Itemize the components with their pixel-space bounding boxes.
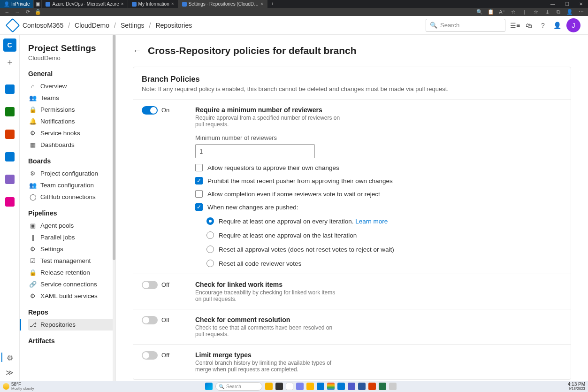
rail-icon[interactable] (5, 107, 15, 116)
menu-icon[interactable]: ⋯ (578, 9, 584, 15)
clock-date[interactable]: 9/18/2023 (568, 387, 585, 391)
sidebar-item-agent-pools[interactable]: ▣Agent pools (28, 220, 115, 231)
taskbar-search[interactable]: 🔍 Search (215, 382, 262, 391)
gear-icon: ⚙ (29, 170, 37, 177)
radio-last-iteration[interactable] (206, 231, 214, 239)
weather-widget[interactable]: 58°F Mostly cloudy (3, 382, 34, 391)
close-button[interactable]: ✕ (574, 1, 588, 7)
taskbar-app-icon[interactable] (348, 383, 355, 390)
expand-icon[interactable]: ≫ (6, 368, 14, 377)
sidebar-item-test[interactable]: ☑Test management (28, 255, 115, 267)
scrollbar-thumb[interactable] (113, 35, 115, 260)
forward-button[interactable]: → (14, 9, 21, 15)
start-icon[interactable] (205, 383, 213, 390)
reload-button[interactable]: ⟳ (24, 9, 31, 15)
sidebar-item-notifications[interactable]: 🔔Notifications (28, 115, 115, 127)
close-icon[interactable]: × (171, 1, 174, 7)
tool-icon[interactable]: ⤓ (544, 9, 550, 15)
taskbar-app-icon[interactable] (275, 383, 283, 390)
breadcrumb[interactable]: Repositories (155, 22, 192, 29)
sidebar-item-teams[interactable]: 👥Teams (28, 92, 115, 104)
maximize-button[interactable]: ☐ (560, 1, 574, 7)
sidebar-item-service-conn[interactable]: 🔗Service connections (28, 278, 115, 290)
close-icon[interactable]: × (121, 1, 124, 7)
browser-tab[interactable]: My Information × (128, 0, 178, 8)
toggle-linked[interactable] (142, 281, 158, 289)
checkbox-allow-wait[interactable] (195, 190, 203, 198)
service-hooks-icon: ⚙ (29, 130, 37, 137)
sidebar-item-label: Service hooks (40, 130, 80, 137)
browser-tab-active[interactable]: Settings · Repositories (CloudD… × (178, 0, 267, 8)
sidebar-item-repositories[interactable]: ⎇Repositories (28, 319, 115, 331)
taskbar-app-icon[interactable] (306, 383, 314, 390)
radio-reset-all[interactable] (206, 260, 214, 267)
taskbar-app-icon[interactable] (286, 383, 293, 390)
lock-icon[interactable]: 🔒 (35, 9, 41, 15)
tool-icon[interactable]: 👤 (566, 9, 573, 15)
search-input[interactable]: 🔍 Search (426, 19, 505, 32)
sidebar-item-service-hooks[interactable]: ⚙Service hooks (28, 127, 115, 139)
rail-icon[interactable] (5, 152, 15, 161)
settings-gear-icon[interactable]: ⚙ (7, 354, 13, 362)
rail-icon[interactable] (5, 175, 15, 184)
rail-icon[interactable] (5, 130, 15, 139)
devops-logo-icon[interactable] (5, 18, 20, 32)
toggle-reviewers[interactable] (142, 106, 158, 115)
taskbar-app-icon[interactable] (379, 383, 386, 390)
tool-icon[interactable]: ☆ (510, 9, 517, 15)
browser-tab[interactable]: Azure DevOps · Microsoft Azure × (42, 0, 128, 8)
sidebar-item-project-config[interactable]: ⚙Project configuration (28, 168, 115, 179)
checkbox-allow-self[interactable] (195, 164, 203, 171)
sidebar-item-settings[interactable]: ⚙Settings (28, 243, 115, 255)
taskbar-app-icon[interactable] (296, 383, 304, 390)
marketplace-icon[interactable]: 🛍 (524, 22, 534, 29)
tool-icon[interactable]: ⧉ (555, 9, 562, 15)
new-project-button[interactable]: ＋ (3, 55, 16, 69)
project-tile[interactable]: C (3, 38, 16, 52)
sidebar-item-xaml[interactable]: ⚙XAML build services (28, 290, 115, 302)
help-icon[interactable]: ? (538, 22, 548, 29)
radio-every-iteration[interactable] (206, 217, 214, 225)
toggle-comments[interactable] (142, 316, 158, 324)
checkbox-new-changes[interactable]: ✓ (195, 203, 203, 211)
sidebar-item-release[interactable]: 🔒Release retention (28, 267, 115, 278)
sidebar-item-dashboards[interactable]: ▦Dashboards (28, 139, 115, 151)
sidebar-item-permissions[interactable]: 🔒Permissions (28, 104, 115, 115)
checkbox-prohibit-pusher[interactable]: ✓ (195, 177, 203, 184)
sidebar-item-overview[interactable]: ⌂Overview (28, 80, 115, 92)
taskbar-app-icon[interactable] (368, 383, 376, 390)
tool-icon[interactable]: 🔍 (476, 9, 483, 15)
breadcrumb[interactable]: CloudDemo (75, 22, 109, 29)
tool-icon[interactable]: ☆ (533, 9, 539, 15)
taskbar-app-icon[interactable] (317, 383, 324, 390)
tool-icon[interactable]: A⁺ (499, 9, 505, 15)
sidebar-item-parallel[interactable]: ‖Parallel jobs (28, 231, 115, 243)
radio-reset-approval[interactable] (206, 246, 214, 253)
taskbar-app-icon[interactable] (327, 383, 335, 390)
taskbar-app-icon[interactable] (389, 383, 397, 390)
taskbar-app-icon[interactable] (265, 383, 273, 390)
avatar[interactable]: J (566, 18, 580, 32)
breadcrumb[interactable]: Settings (121, 22, 145, 29)
new-tab-button[interactable]: + (267, 0, 278, 8)
toggle-merge[interactable] (142, 351, 158, 360)
tool-icon[interactable]: | (521, 9, 528, 15)
back-button[interactable]: ← (4, 9, 10, 15)
taskbar-app-icon[interactable] (358, 383, 366, 390)
list-icon[interactable]: ☰≡ (510, 22, 519, 29)
close-icon[interactable]: × (260, 1, 263, 7)
rail-icon[interactable] (5, 197, 15, 207)
back-arrow-icon[interactable]: ← (133, 46, 141, 56)
tool-icon[interactable]: 📋 (488, 9, 494, 15)
inprivate-badge: 👤 InPrivate (0, 0, 34, 8)
rail-icon[interactable] (5, 85, 15, 94)
sidebar-item-github[interactable]: ◯GitHub connections (28, 191, 115, 203)
min-reviewers-input[interactable] (195, 144, 315, 158)
user-settings-icon[interactable]: 👤 (552, 22, 562, 29)
taskbar-app-icon[interactable] (337, 383, 345, 390)
minimize-button[interactable]: — (546, 1, 560, 7)
search-icon: 🔍 (219, 384, 224, 389)
learn-more-link[interactable]: Learn more (355, 218, 388, 225)
sidebar-item-team-config[interactable]: 👥Team configuration (28, 179, 115, 191)
breadcrumb[interactable]: ContosoM365 (23, 22, 63, 29)
